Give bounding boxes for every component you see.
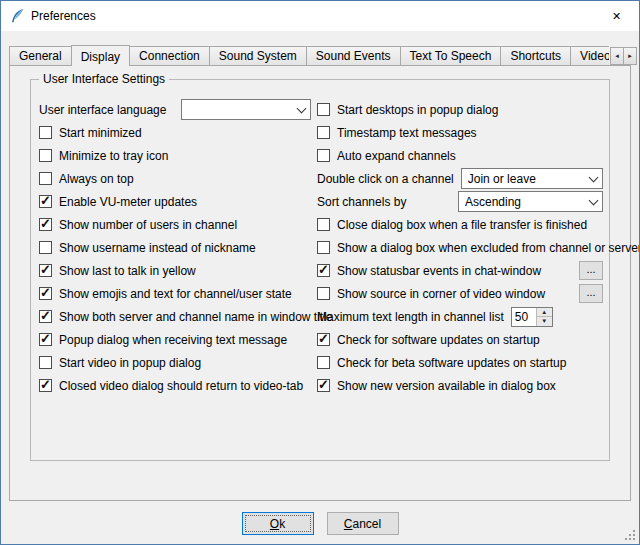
- checkbox-row-close-on-transfer[interactable]: Close dialog box when a file transfer is…: [317, 213, 603, 236]
- chevron-down-icon: [294, 108, 308, 112]
- checkbox-row-popup-text-message[interactable]: Popup dialog when receiving text message: [39, 328, 311, 351]
- cancel-button[interactable]: Cancel: [327, 512, 399, 535]
- tab-connection[interactable]: Connection: [129, 46, 210, 65]
- checkbox[interactable]: [317, 287, 330, 300]
- preferences-window: Preferences ✕ General Display Connection…: [0, 0, 640, 545]
- tab-sound-system[interactable]: Sound System: [209, 46, 307, 65]
- sort-by-select[interactable]: Ascending: [458, 191, 603, 212]
- right-column: Start desktops in popup dialog Timestamp…: [317, 98, 603, 397]
- max-text-length-label: Maximum text length in channel list: [317, 310, 504, 324]
- checkbox-label: Show a dialog box when excluded from cha…: [337, 241, 640, 255]
- language-select[interactable]: [181, 99, 311, 120]
- checkbox[interactable]: [317, 149, 330, 162]
- checkbox-row-timestamp[interactable]: Timestamp text messages: [317, 121, 603, 144]
- video-source-more-button[interactable]: ...: [579, 284, 603, 303]
- spin-down-icon[interactable]: ▼: [537, 316, 552, 326]
- checkbox[interactable]: [39, 195, 52, 208]
- checkbox[interactable]: [39, 333, 52, 346]
- checkbox-row-start-minimized[interactable]: Start minimized: [39, 121, 311, 144]
- checkbox[interactable]: [317, 126, 330, 139]
- checkbox-row-closed-video-return[interactable]: Closed video dialog should return to vid…: [39, 374, 311, 397]
- checkbox[interactable]: [39, 356, 52, 369]
- tab-sound-events[interactable]: Sound Events: [306, 46, 401, 65]
- checkbox[interactable]: [317, 333, 330, 346]
- checkbox-row-check-beta-updates[interactable]: Check for beta software updates on start…: [317, 351, 603, 374]
- checkbox-label: Always on top: [59, 172, 134, 186]
- checkbox[interactable]: [317, 218, 330, 231]
- max-text-length-row: Maximum text length in channel list 50 ▲…: [317, 305, 603, 328]
- checkbox[interactable]: [39, 241, 52, 254]
- checkbox-label: Show last to talk in yellow: [59, 264, 196, 278]
- app-icon: [9, 8, 25, 24]
- checkbox-row-new-version-dialog[interactable]: Show new version available in dialog box: [317, 374, 603, 397]
- checkbox[interactable]: [317, 379, 330, 392]
- dialog-buttons: Ok Cancel: [1, 512, 639, 535]
- checkbox-row-video-source-corner[interactable]: Show source in corner of video window ..…: [317, 282, 603, 305]
- tab-text-to-speech[interactable]: Text To Speech: [400, 46, 502, 65]
- checkbox-label: Enable VU-meter updates: [59, 195, 197, 209]
- double-click-value: Join or leave: [468, 172, 586, 186]
- checkbox-row-emojis[interactable]: Show emojis and text for channel/user st…: [39, 282, 311, 305]
- titlebar[interactable]: Preferences ✕: [1, 1, 639, 31]
- language-label: User interface language: [39, 103, 166, 117]
- resize-grip[interactable]: [624, 529, 637, 542]
- checkbox-row-username-instead-nickname[interactable]: Show username instead of nickname: [39, 236, 311, 259]
- checkbox-label: Show number of users in channel: [59, 218, 237, 232]
- checkbox[interactable]: [39, 310, 52, 323]
- tab-scroll-left-button[interactable]: ◂: [610, 47, 624, 65]
- checkbox-label: Show source in corner of video window: [337, 287, 545, 301]
- checkbox[interactable]: [39, 287, 52, 300]
- sort-by-label: Sort channels by: [317, 195, 406, 209]
- checkbox[interactable]: [317, 356, 330, 369]
- checkbox-label: Show username instead of nickname: [59, 241, 256, 255]
- tab-display[interactable]: Display: [71, 45, 130, 66]
- tab-scroll-right-button[interactable]: ▸: [623, 47, 637, 65]
- double-click-row: Double click on a channel Join or leave: [317, 167, 603, 190]
- statusbar-events-more-button[interactable]: ...: [579, 261, 603, 280]
- checkbox[interactable]: [317, 241, 330, 254]
- checkbox[interactable]: [317, 103, 330, 116]
- tab-general[interactable]: General: [9, 46, 72, 65]
- max-text-length-spinner[interactable]: 50 ▲ ▼: [511, 307, 553, 327]
- checkbox-row-last-to-talk[interactable]: Show last to talk in yellow: [39, 259, 311, 282]
- tab-pane: User Interface Settings User interface l…: [9, 65, 631, 501]
- checkbox[interactable]: [39, 379, 52, 392]
- group-user-interface-settings: User Interface Settings User interface l…: [30, 79, 610, 461]
- checkbox-row-auto-expand[interactable]: Auto expand channels: [317, 144, 603, 167]
- checkbox-label: Check for beta software updates on start…: [337, 356, 566, 370]
- checkbox-label: Show statusbar events in chat-window: [337, 264, 541, 278]
- checkbox-label: Minimize to tray icon: [59, 149, 168, 163]
- checkbox[interactable]: [39, 149, 52, 162]
- checkbox-row-check-updates[interactable]: Check for software updates on startup: [317, 328, 603, 351]
- tab-video[interactable]: Video: [570, 46, 609, 65]
- checkbox[interactable]: [39, 264, 52, 277]
- language-row: User interface language: [39, 98, 311, 121]
- ok-button[interactable]: Ok: [242, 512, 314, 535]
- checkbox-row-excluded-dialog[interactable]: Show a dialog box when excluded from cha…: [317, 236, 603, 259]
- checkbox[interactable]: [39, 172, 52, 185]
- checkbox-row-vu-meter[interactable]: Enable VU-meter updates: [39, 190, 311, 213]
- double-click-select[interactable]: Join or leave: [461, 168, 603, 189]
- checkbox[interactable]: [39, 126, 52, 139]
- max-text-length-value: 50: [512, 308, 536, 326]
- tab-shortcuts[interactable]: Shortcuts: [500, 46, 571, 65]
- checkbox-row-always-on-top[interactable]: Always on top: [39, 167, 311, 190]
- spin-up-icon[interactable]: ▲: [537, 308, 552, 317]
- checkbox-row-show-user-count[interactable]: Show number of users in channel: [39, 213, 311, 236]
- checkbox-label: Check for software updates on startup: [337, 333, 540, 347]
- checkbox-row-statusbar-events[interactable]: Show statusbar events in chat-window ...: [317, 259, 603, 282]
- checkbox[interactable]: [39, 218, 52, 231]
- close-icon: ✕: [612, 10, 621, 23]
- double-click-label: Double click on a channel: [317, 172, 454, 186]
- checkbox-row-minimize-to-tray[interactable]: Minimize to tray icon: [39, 144, 311, 167]
- checkbox-row-video-popup[interactable]: Start video in popup dialog: [39, 351, 311, 374]
- checkbox-label: Popup dialog when receiving text message: [59, 333, 287, 347]
- group-title: User Interface Settings: [39, 72, 169, 86]
- checkbox-label: Auto expand channels: [337, 149, 456, 163]
- checkbox-label: Show both server and channel name in win…: [59, 310, 333, 324]
- close-button[interactable]: ✕: [594, 1, 639, 31]
- checkbox-row-window-title[interactable]: Show both server and channel name in win…: [39, 305, 311, 328]
- tab-bar: General Display Connection Sound System …: [9, 45, 609, 66]
- checkbox[interactable]: [317, 264, 330, 277]
- checkbox-row-desktops-popup[interactable]: Start desktops in popup dialog: [317, 98, 603, 121]
